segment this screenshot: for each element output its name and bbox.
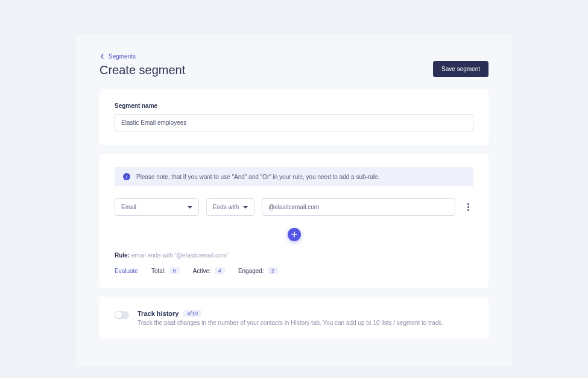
page-header: Segments Create segment Save segment	[75, 53, 513, 77]
stat-total: Total: 6	[151, 267, 180, 274]
stat-engaged: Engaged: 2	[238, 267, 278, 274]
header-left: Segments Create segment	[100, 53, 185, 77]
stat-active-value: 4	[215, 267, 225, 274]
rule-field-select[interactable]: Email	[115, 198, 199, 216]
rule-operator-value: Ends with	[213, 204, 239, 210]
toggle-knob	[115, 312, 122, 318]
stat-active: Active: 4	[193, 267, 225, 274]
stat-total-label: Total:	[151, 268, 166, 274]
rules-card: i Please note, that if you want to use "…	[100, 154, 488, 288]
info-banner: i Please note, that if you want to use "…	[115, 167, 473, 186]
breadcrumb-label: Segments	[109, 53, 136, 60]
segment-name-card: Segment name	[100, 89, 488, 145]
track-history-card: Track history 4/10 Track the past change…	[100, 297, 488, 339]
segment-name-label: Segment name	[115, 102, 473, 109]
track-content: Track history 4/10 Track the past change…	[138, 310, 443, 326]
chevron-left-icon	[100, 54, 105, 59]
rule-field-value: Email	[121, 204, 136, 210]
save-segment-button[interactable]: Save segment	[433, 61, 488, 77]
app-container: Segments Create segment Save segment Seg…	[75, 35, 513, 367]
rule-operator-select[interactable]: Ends with	[206, 198, 254, 216]
caret-down-icon	[188, 206, 192, 209]
stat-engaged-label: Engaged:	[238, 268, 264, 274]
segment-name-input[interactable]	[115, 114, 473, 131]
rule-row: Email Ends with	[115, 198, 473, 216]
stat-active-label: Active:	[193, 268, 211, 274]
track-description: Track the past changes in the number of …	[138, 320, 443, 326]
stat-total-value: 6	[169, 267, 180, 274]
add-rule-button[interactable]	[288, 228, 301, 241]
caret-down-icon	[243, 206, 248, 209]
rule-summary-expression: email ends-with '@elasticemail.com'	[131, 252, 228, 259]
evaluate-link[interactable]: Evaluate	[115, 268, 138, 274]
track-title-row: Track history 4/10	[138, 310, 443, 317]
add-rule-row	[115, 228, 473, 241]
info-icon: i	[123, 173, 130, 180]
track-count-badge: 4/10	[183, 310, 201, 317]
track-title: Track history	[138, 310, 179, 317]
rule-summary: Rule: email ends-with '@elasticemail.com…	[115, 252, 473, 259]
rule-more-button[interactable]	[463, 203, 473, 211]
track-history-toggle[interactable]	[115, 311, 129, 319]
stat-engaged-value: 2	[268, 267, 278, 274]
plus-icon	[291, 232, 297, 238]
stats-row: Evaluate Total: 6 Active: 4 Engaged: 2	[115, 267, 473, 274]
page-title: Create segment	[100, 63, 185, 77]
breadcrumb-back[interactable]: Segments	[100, 53, 185, 60]
info-text: Please note, that if you want to use "An…	[136, 174, 379, 180]
rule-summary-label: Rule:	[115, 252, 130, 259]
rule-value-input[interactable]	[262, 198, 455, 216]
